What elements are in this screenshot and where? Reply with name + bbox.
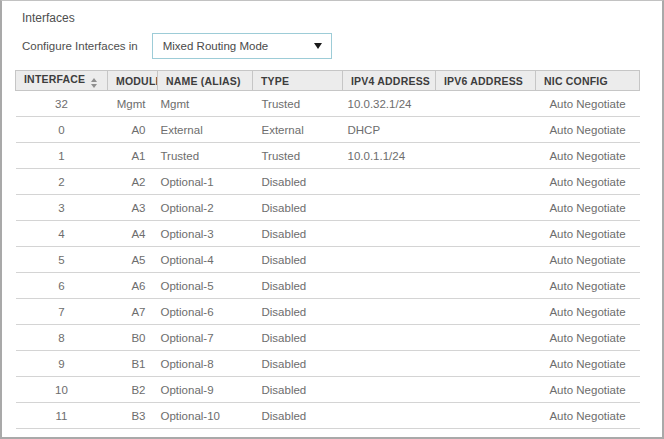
cell-module: A4: [108, 221, 158, 247]
column-header-label: INTERFACE: [24, 73, 85, 85]
cell-ipv4: [343, 247, 436, 273]
column-header-module[interactable]: MODULE: [108, 71, 158, 91]
column-header-nic-config[interactable]: NIC CONFIG: [536, 71, 640, 91]
cell-name: Optional-9: [158, 377, 253, 403]
table-row[interactable]: 8B0Optional-7DisabledAuto Negotiate: [16, 325, 640, 351]
cell-interface: 6: [16, 273, 108, 299]
cell-ipv6: [436, 117, 536, 143]
sort-icon[interactable]: [91, 78, 97, 88]
cell-name: Optional-2: [158, 195, 253, 221]
cell-type: Disabled: [253, 299, 343, 325]
cell-ipv4: DHCP: [343, 117, 436, 143]
cell-nic: Auto Negotiate: [536, 325, 640, 351]
column-header-name-alias[interactable]: NAME (ALIAS): [158, 71, 253, 91]
table-row[interactable]: 2A2Optional-1DisabledAuto Negotiate: [16, 169, 640, 195]
column-header-interface[interactable]: INTERFACE: [16, 71, 108, 91]
cell-module: A1: [108, 143, 158, 169]
cell-name: Optional-7: [158, 325, 253, 351]
configure-interfaces-label: Configure Interfaces in: [22, 40, 138, 52]
column-header-ipv6[interactable]: IPV6 ADDRESS: [436, 71, 536, 91]
table-row[interactable]: 1A1TrustedTrusted10.0.1.1/24Auto Negotia…: [16, 143, 640, 169]
column-header-label: NIC CONFIG: [544, 75, 608, 87]
table-row[interactable]: 6A6Optional-5DisabledAuto Negotiate: [16, 273, 640, 299]
cell-ipv4: [343, 351, 436, 377]
table-row[interactable]: 32MgmtMgmtTrusted10.0.32.1/24Auto Negoti…: [16, 91, 640, 117]
cell-type: Disabled: [253, 169, 343, 195]
cell-type: Disabled: [253, 377, 343, 403]
cell-nic: Auto Negotiate: [536, 377, 640, 403]
cell-nic: Auto Negotiate: [536, 403, 640, 429]
cell-nic: Auto Negotiate: [536, 221, 640, 247]
cell-type: Disabled: [253, 403, 343, 429]
table-header-row: INTERFACE MODULE NAME (ALIAS) TYPE IPV4 …: [16, 71, 640, 91]
cell-nic: Auto Negotiate: [536, 91, 640, 117]
interfaces-table: INTERFACE MODULE NAME (ALIAS) TYPE IPV4 …: [15, 70, 640, 429]
cell-name: Optional-10: [158, 403, 253, 429]
column-header-type[interactable]: TYPE: [253, 71, 343, 91]
cell-type: Trusted: [253, 143, 343, 169]
cell-ipv6: [436, 91, 536, 117]
cell-interface: 10: [16, 377, 108, 403]
cell-ipv6: [436, 377, 536, 403]
cell-type: Trusted: [253, 91, 343, 117]
cell-ipv6: [436, 169, 536, 195]
panel-content: Interfaces Configure Interfaces in Mixed…: [2, 1, 662, 429]
table-row[interactable]: 10B2Optional-9DisabledAuto Negotiate: [16, 377, 640, 403]
cell-module: Mgmt: [108, 91, 158, 117]
cell-nic: Auto Negotiate: [536, 195, 640, 221]
cell-type: Disabled: [253, 195, 343, 221]
cell-interface: 32: [16, 91, 108, 117]
cell-interface: 4: [16, 221, 108, 247]
routing-mode-select[interactable]: Mixed Routing Mode: [152, 33, 332, 59]
cell-nic: Auto Negotiate: [536, 169, 640, 195]
page-title: Interfaces: [22, 11, 662, 25]
cell-interface: 3: [16, 195, 108, 221]
cell-ipv4: [343, 403, 436, 429]
cell-ipv4: [343, 377, 436, 403]
cell-nic: Auto Negotiate: [536, 143, 640, 169]
configure-row: Configure Interfaces in Mixed Routing Mo…: [22, 33, 662, 59]
cell-ipv4: 10.0.32.1/24: [343, 91, 436, 117]
cell-ipv4: [343, 221, 436, 247]
cell-nic: Auto Negotiate: [536, 117, 640, 143]
cell-ipv6: [436, 221, 536, 247]
cell-interface: 1: [16, 143, 108, 169]
table-row[interactable]: 3A3Optional-2DisabledAuto Negotiate: [16, 195, 640, 221]
cell-name: Optional-3: [158, 221, 253, 247]
cell-name: Optional-6: [158, 299, 253, 325]
cell-ipv6: [436, 273, 536, 299]
interfaces-panel: Interfaces Configure Interfaces in Mixed…: [0, 0, 664, 439]
cell-ipv6: [436, 195, 536, 221]
cell-interface: 8: [16, 325, 108, 351]
table-row[interactable]: 11B3Optional-10DisabledAuto Negotiate: [16, 403, 640, 429]
cell-interface: 11: [16, 403, 108, 429]
cell-module: A3: [108, 195, 158, 221]
chevron-down-icon: [314, 43, 322, 49]
cell-nic: Auto Negotiate: [536, 247, 640, 273]
cell-ipv4: [343, 273, 436, 299]
cell-module: A5: [108, 247, 158, 273]
cell-ipv4: [343, 299, 436, 325]
cell-ipv4: [343, 325, 436, 351]
column-header-label: IPV6 ADDRESS: [444, 75, 523, 87]
cell-name: Optional-4: [158, 247, 253, 273]
cell-ipv6: [436, 247, 536, 273]
cell-ipv4: 10.0.1.1/24: [343, 143, 436, 169]
cell-name: Mgmt: [158, 91, 253, 117]
table-row[interactable]: 9B1Optional-8DisabledAuto Negotiate: [16, 351, 640, 377]
table-row[interactable]: 4A4Optional-3DisabledAuto Negotiate: [16, 221, 640, 247]
table-row[interactable]: 0A0ExternalExternalDHCPAuto Negotiate: [16, 117, 640, 143]
column-header-label: NAME (ALIAS): [166, 75, 241, 87]
table-row[interactable]: 5A5Optional-4DisabledAuto Negotiate: [16, 247, 640, 273]
cell-nic: Auto Negotiate: [536, 351, 640, 377]
cell-ipv6: [436, 403, 536, 429]
column-header-ipv4[interactable]: IPV4 ADDRESS: [343, 71, 436, 91]
table-row[interactable]: 7A7Optional-6DisabledAuto Negotiate: [16, 299, 640, 325]
cell-ipv6: [436, 325, 536, 351]
cell-ipv6: [436, 299, 536, 325]
cell-module: A2: [108, 169, 158, 195]
cell-type: External: [253, 117, 343, 143]
table-body: 32MgmtMgmtTrusted10.0.32.1/24Auto Negoti…: [16, 91, 640, 429]
cell-nic: Auto Negotiate: [536, 273, 640, 299]
cell-module: B0: [108, 325, 158, 351]
